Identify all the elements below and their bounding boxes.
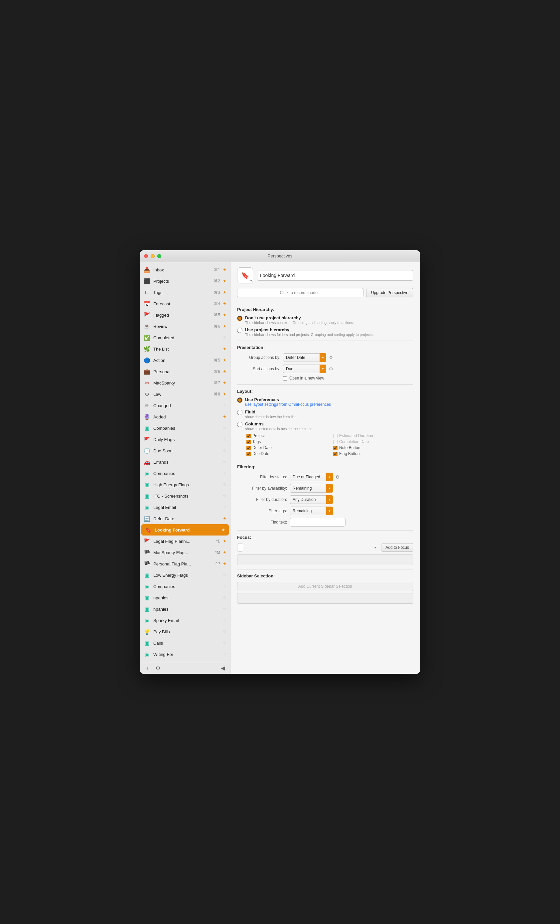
lookingforward-star[interactable]: ★ [221,528,226,532]
toggle-sidebar-button[interactable]: ◀ [219,664,227,672]
sidebar-item-deferdate[interactable]: 🔄Defer Date★ [140,513,230,524]
filter-tags-select[interactable]: Remaining [290,507,333,515]
perspective-icon-button[interactable]: 🔖 ▾ [237,267,253,284]
macsparkyf-star[interactable]: ★ [222,550,227,555]
calls-star[interactable]: ☆ [222,640,227,645]
sidebar-item-forecast[interactable]: 📅Forecast⌘4★ [140,298,230,309]
sidebar-item-action[interactable]: 🔵Action⌘5★ [140,355,230,366]
inbox-star[interactable]: ★ [222,267,227,272]
add-sidebar-selection-button[interactable]: Add Current Sidebar Selection [237,582,413,591]
companies5-star[interactable]: ☆ [222,607,227,611]
waiting-star[interactable]: ☆ [222,652,227,657]
sidebar-item-projects[interactable]: ⬛Projects⌘2★ [140,275,230,287]
changed-star[interactable]: ☆ [222,403,227,408]
legalemail-star[interactable]: ☆ [222,505,227,510]
sidebar-item-completed[interactable]: ✅Completed☆ [140,332,230,343]
sidebar-item-macsparkyf[interactable]: 🏴MacSparky Flag...^M★ [140,547,230,558]
focus-dropdown[interactable] [237,543,243,552]
maximize-button[interactable] [157,254,161,258]
sidebar-item-inbox[interactable]: 📥Inbox⌘1★ [140,264,230,275]
sparkyemail-star[interactable]: ☆ [222,618,227,622]
companies1-star[interactable]: ☆ [222,426,227,430]
sidebar-item-personalflag[interactable]: 🏴Personal Flag Pla...^P★ [140,558,230,569]
sidebar-item-errands[interactable]: 🚗Errands☆ [140,456,230,468]
sidebar-item-companies2[interactable]: ▣Companies☆ [140,468,230,479]
duesoon-star[interactable]: ☆ [222,448,227,453]
flagged-star[interactable]: ★ [222,313,227,317]
sidebar-item-macsparky[interactable]: ✂MacSparky⌘7★ [140,377,230,388]
sidebar-item-dailyflags[interactable]: 🚩Daily Flags☆ [140,434,230,445]
completed-star[interactable]: ☆ [222,335,227,340]
sidebar-item-sparkyemail[interactable]: ▣Sparky Email☆ [140,615,230,626]
find-text-input[interactable] [290,518,346,526]
fluid-radio[interactable] [237,410,243,415]
sidebar-item-highenergy[interactable]: ▣High Energy Flags☆ [140,479,230,490]
columns-radio[interactable] [237,422,243,427]
group-by-gear-icon[interactable]: ⚙ [329,355,333,360]
perspective-name-input[interactable] [257,270,413,281]
sidebar-item-thelist[interactable]: 🌿The List★ [140,343,230,355]
sidebar-item-ifg[interactable]: ▣IFG - Screenshots☆ [140,490,230,502]
tags-star[interactable]: ★ [222,290,227,295]
sort-by-gear-icon[interactable]: ⚙ [329,366,333,372]
sidebar-item-waiting[interactable]: ▣WIting For☆ [140,649,230,660]
minimize-button[interactable] [151,254,155,258]
use-hierarchy-radio[interactable] [237,328,243,333]
sidebar-item-paybills[interactable]: 💡Pay Bills☆ [140,626,230,637]
sidebar-item-legalemail[interactable]: ▣Legal Email☆ [140,502,230,513]
sidebar-item-lookingforward[interactable]: 🔖Looking Forward★ [141,524,229,536]
sidebar-item-added[interactable]: 🔮Added★ [140,411,230,422]
projects-star[interactable]: ★ [222,279,227,284]
use-preferences-radio[interactable] [237,398,243,403]
sidebar-item-companies5[interactable]: ▣npanies☆ [140,603,230,615]
filter-status-select[interactable]: Due or Flagged [290,472,333,481]
sidebar-item-duesoon[interactable]: 🕐Due Soon☆ [140,445,230,456]
dailyflags-star[interactable]: ☆ [222,437,227,442]
sidebar-item-companies1[interactable]: ▣Companies☆ [140,422,230,434]
law-star[interactable]: ★ [222,392,227,396]
review-star[interactable]: ★ [222,324,227,328]
legalflag-star[interactable]: ★ [222,539,227,543]
col-check-4[interactable] [246,446,251,450]
companies2-star[interactable]: ☆ [222,471,227,476]
thelist-star[interactable]: ★ [222,346,227,351]
sidebar-item-lowenergy[interactable]: ▣Low Energy Flags☆ [140,569,230,581]
filter-status-gear-icon[interactable]: ⚙ [335,474,340,480]
add-to-focus-button[interactable]: Add to Focus [381,543,413,552]
filter-duration-select[interactable]: Any Duration [290,495,333,504]
sidebar-item-law[interactable]: ⚙Law⌘8★ [140,388,230,400]
col-check-7[interactable] [333,452,337,456]
new-view-checkbox[interactable] [283,376,287,381]
add-perspective-button[interactable]: + [143,664,151,672]
no-hierarchy-radio[interactable] [237,316,243,321]
gear-settings-button[interactable]: ⚙ [154,664,162,672]
sidebar-item-changed[interactable]: ✏Changed☆ [140,400,230,411]
deferdate-star[interactable]: ★ [222,516,227,521]
col-check-6[interactable] [246,452,251,456]
added-star[interactable]: ★ [222,414,227,419]
sidebar-item-personal[interactable]: 💼Personal⌘6★ [140,366,230,377]
group-by-select[interactable]: Defer Date [283,353,326,362]
ifg-star[interactable]: ☆ [222,494,227,498]
sidebar-item-tags[interactable]: 🏷Tags⌘3★ [140,287,230,298]
sort-by-select[interactable]: Due [283,364,326,373]
layout-preferences-link[interactable]: use layout settings from OmniFocus prefe… [245,402,331,407]
sidebar-item-calls[interactable]: ▣Calls☆ [140,637,230,649]
sidebar-item-companies4[interactable]: ▣npanies☆ [140,592,230,603]
forecast-star[interactable]: ★ [222,302,227,306]
personal-star[interactable]: ★ [222,369,227,374]
paybills-star[interactable]: ☆ [222,629,227,634]
sidebar-item-review[interactable]: ☕Review⌘6★ [140,321,230,332]
sidebar-item-flagged[interactable]: 🚩Flagged⌘5★ [140,309,230,321]
col-check-0[interactable] [246,434,251,438]
col-check-5[interactable] [333,446,337,450]
upgrade-perspective-button[interactable]: Upgrade Perspective [366,288,413,297]
action-star[interactable]: ★ [222,358,227,363]
companies3-star[interactable]: ☆ [222,584,227,589]
personalflag-star[interactable]: ★ [222,561,227,566]
companies4-star[interactable]: ☆ [222,596,227,600]
record-shortcut-button[interactable]: Click to record shortcut [237,288,364,297]
macsparky-star[interactable]: ★ [222,381,227,385]
errands-star[interactable]: ☆ [222,460,227,464]
sidebar-item-companies3[interactable]: ▣Companies☆ [140,581,230,592]
